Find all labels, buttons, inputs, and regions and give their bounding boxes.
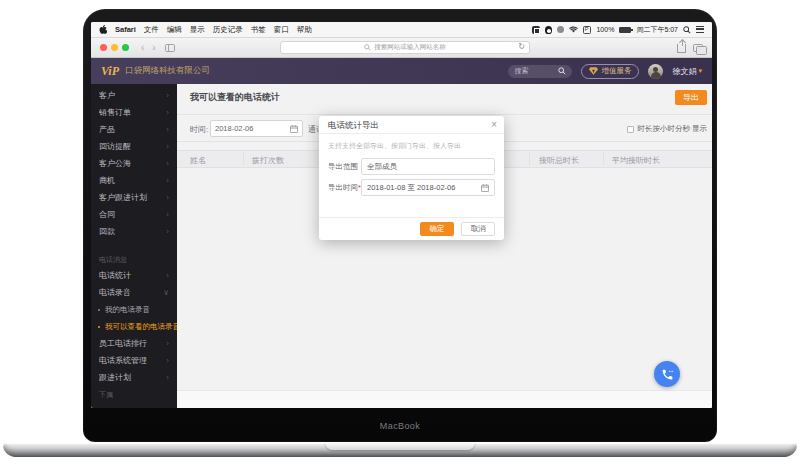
export-button[interactable]: 导出 [675,90,707,105]
menu-edit[interactable]: 编辑 [167,25,182,35]
app-body: 客户› 销售订单› 产品› 回访提醒› 客户公海› 商机› 客户跟进计划› 合同… [91,84,712,408]
battery-percent: 100% [596,26,614,33]
column-name[interactable]: 姓名 [190,155,206,166]
value-added-service-label: 增值服务 [601,66,631,76]
address-bar[interactable]: 搜索网站或输入网站名称 ↻ [280,41,530,54]
sidebar-item-employee-ranking[interactable]: 员工电话排行› [91,335,177,352]
export-scope-row: 导出范围 全部成员 [328,158,495,175]
search-icon[interactable] [558,67,566,75]
sidebar-item-phone-records[interactable]: 电话录音∨ [91,284,177,301]
sidebar-item-phone-stats[interactable]: 电话统计› [91,267,177,284]
sidebar-item-follow-plan[interactable]: 跟进计划› [91,369,177,386]
export-time-label: 导出时间* [328,183,361,193]
user-menu[interactable]: 徐文娟 ▾ [672,66,702,77]
qq-icon[interactable] [545,26,552,34]
duration-format-checkbox[interactable]: 时长按小时分秒 显示 [627,124,707,134]
sidebar-item-customers[interactable]: 客户› [91,87,177,104]
back-button[interactable]: ‹ [141,39,144,57]
close-icon[interactable]: × [491,116,497,134]
caret-down-icon: ▾ [698,67,702,75]
minimize-window-button[interactable] [111,44,118,51]
close-window-button[interactable] [100,44,107,51]
chevron-right-icon: › [166,369,169,386]
apple-icon[interactable] [99,25,107,34]
parallels-icon[interactable]: P [583,26,591,34]
search-icon [364,44,371,51]
checkbox-icon[interactable] [627,126,634,133]
device-label: MacBook [380,421,420,431]
spotlight-icon[interactable] [683,26,691,34]
column-avg-answer-duration[interactable]: 平均接听时长 [612,155,660,166]
export-scope-value: 全部成员 [367,162,489,172]
column-divider [243,153,244,165]
laptop-screen: Safari 文件 编辑 显示 历史记录 书签 窗口 帮助 P 100% [91,22,712,408]
phone-icon [661,368,674,381]
chevron-right-icon: › [166,267,169,284]
menu-file[interactable]: 文件 [144,25,159,35]
column-divider [529,153,530,165]
export-time-value: 2018-01-08 至 2018-02-06 [367,183,481,193]
chevron-right-icon: › [166,155,169,172]
vip-logo[interactable]: ViP [101,64,119,79]
menu-bookmarks[interactable]: 书签 [251,25,266,35]
laptop-base [3,442,797,457]
calendar-icon[interactable] [290,125,298,133]
forward-button[interactable]: › [152,39,155,57]
sidebar-item-opportunities[interactable]: 商机› [91,172,177,189]
username: 徐文娟 [672,66,696,77]
page-title: 我可以查看的电话统计 [190,91,280,104]
menu-window[interactable]: 窗口 [274,25,289,35]
sidebar-item-followup-plans[interactable]: 客户跟进计划› [91,189,177,206]
header-search-placeholder: 搜索 [514,66,528,76]
toolbar-right-icons [677,42,703,53]
sidebar-section-phone: 电话消息 [91,253,177,267]
menu-view[interactable]: 显示 [190,25,205,35]
column-total-answer-duration[interactable]: 接听总时长 [539,155,579,166]
modal-hint: 支持支持全部导出、按部门导出、按人导出 [319,134,504,151]
main-content: 我可以查看的电话统计 导出 时间: 2018-02-06 通话时长 时 [177,84,712,408]
chevron-right-icon: › [166,87,169,104]
confirm-button[interactable]: 确定 [420,222,454,236]
sidebar-item-subordinates[interactable]: 下属 [91,386,177,400]
chevron-right-icon: › [166,223,169,240]
sidebar-item-my-records[interactable]: 我的电话录音 [91,301,177,318]
export-scope-input[interactable]: 全部成员 [361,158,495,175]
sidebar-toggle-icon[interactable] [165,44,175,52]
avatar[interactable] [648,64,663,79]
header-right: 搜索 增值服务 徐文娟 ▾ [508,64,702,79]
value-added-service-button[interactable]: 增值服务 [581,64,639,79]
export-time-input[interactable]: 2018-01-08 至 2018-02-06 [361,179,495,196]
menubar-clock[interactable]: 周二下午5:07 [636,25,678,35]
time-filter-label: 时间: [190,124,208,135]
date-filter-input[interactable]: 2018-02-06 [210,120,303,137]
wifi-icon[interactable] [569,26,578,33]
column-calls-made[interactable]: 拨打次数 [252,155,284,166]
notification-center-icon[interactable] [696,26,704,33]
sidebar-item-customer-pool[interactable]: 客户公海› [91,155,177,172]
sidebar-item-sales-orders[interactable]: 销售订单› [91,104,177,121]
refresh-icon[interactable]: ↻ [518,42,525,51]
sidebar-item-visit-reminders[interactable]: 回访提醒› [91,138,177,155]
cancel-button[interactable]: 取消 [461,222,495,236]
sidebar-item-contracts[interactable]: 合同› [91,206,177,223]
chevron-right-icon: › [166,335,169,352]
share-icon[interactable] [677,44,686,53]
safari-toolbar: ‹ › 搜索网站或输入网站名称 ↻ [91,38,712,58]
tabs-icon[interactable] [693,44,703,52]
header-search-input[interactable]: 搜索 [508,65,572,78]
input-source-icon[interactable] [532,26,540,34]
sidebar-item-products[interactable]: 产品› [91,121,177,138]
menu-help[interactable]: 帮助 [297,25,312,35]
lid-notch [325,442,475,450]
sidebar-item-viewable-records[interactable]: 我可以查看的电话录音 [91,318,177,335]
call-fab-button[interactable] [654,361,680,387]
calendar-icon[interactable] [481,184,489,192]
sidebar-item-payments[interactable]: 回款› [91,223,177,240]
sidebar-item-phone-system-mgmt[interactable]: 电话系统管理› [91,352,177,369]
menubar-app-name[interactable]: Safari [115,25,136,34]
menu-history[interactable]: 历史记录 [213,25,243,35]
modal-header: 电话统计导出 × [319,116,504,134]
zoom-window-button[interactable] [122,44,129,51]
status-app-icon[interactable] [557,26,564,33]
column-divider [603,153,604,165]
